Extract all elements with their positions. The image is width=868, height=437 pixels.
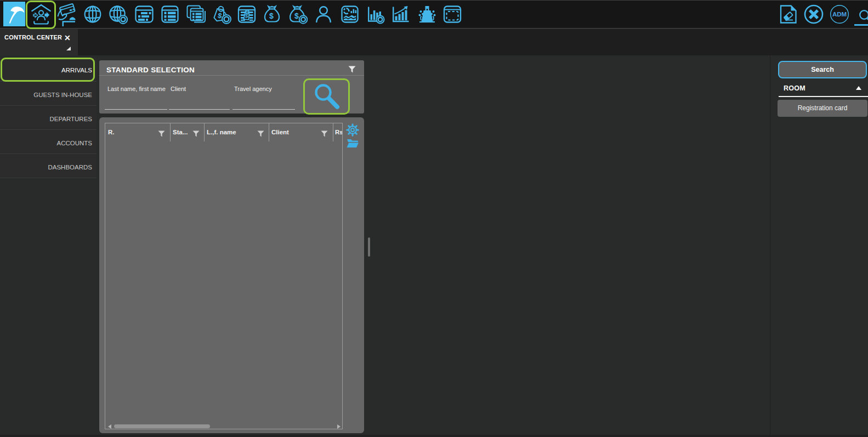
svg-text:$: $ bbox=[294, 12, 299, 20]
svg-text:ADM: ADM bbox=[832, 11, 847, 18]
svg-text:$: $ bbox=[269, 12, 274, 20]
